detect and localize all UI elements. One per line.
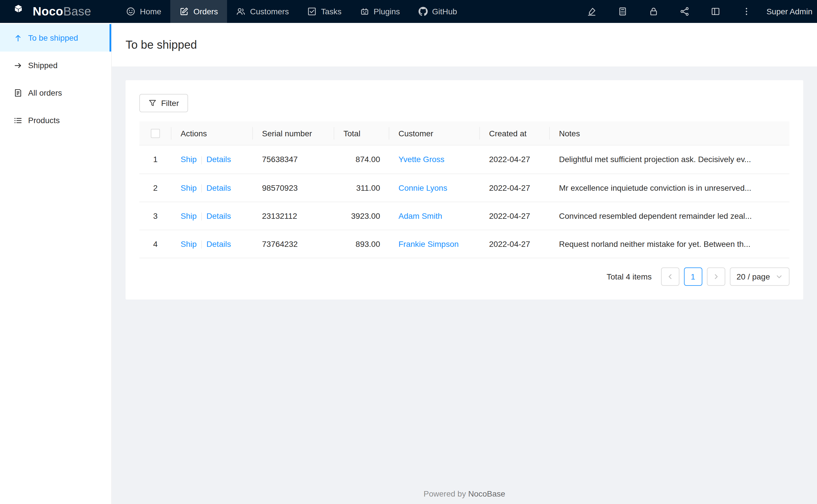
sidebar-item-all-orders[interactable]: All orders xyxy=(0,79,111,107)
app-viewport: NocoBase Home xyxy=(0,0,817,504)
main-nav-menu: Home Orders xyxy=(117,0,466,23)
nav-item-label: GitHub xyxy=(432,7,457,16)
serial-cell: 98570923 xyxy=(253,174,334,202)
column-header-total: Total xyxy=(334,121,389,145)
customer-link[interactable]: Frankie Simpson xyxy=(398,240,459,249)
serial-cell: 23132112 xyxy=(253,202,334,230)
list-icon xyxy=(14,116,22,125)
sidebar-item-products[interactable]: Products xyxy=(0,107,111,134)
page-size-value: 20 / page xyxy=(737,272,770,281)
row-index: 4 xyxy=(139,230,171,258)
sidebar-item-label: To be shipped xyxy=(28,33,78,42)
page-size-select[interactable]: 20 / page xyxy=(730,268,790,286)
lock-icon xyxy=(649,7,658,16)
user-menu[interactable]: Super Admin xyxy=(762,7,814,16)
nav-item-orders[interactable]: Orders xyxy=(170,0,227,23)
top-navbar: NocoBase Home xyxy=(0,0,817,23)
column-header-created-at: Created at xyxy=(480,121,550,145)
customer-cell: Frankie Simpson xyxy=(389,230,480,258)
serial-cell: 75638347 xyxy=(253,145,334,174)
filter-button-label: Filter xyxy=(161,99,179,108)
table-row: 4 ShipDetails 73764232 893.00 Frankie Si… xyxy=(139,230,790,258)
nav-item-label: Orders xyxy=(193,7,218,16)
nav-item-label: Customers xyxy=(250,7,289,16)
table-header-row: Actions Serial number Total Customer Cre… xyxy=(139,121,790,145)
total-cell: 3923.00 xyxy=(334,202,389,230)
created-at-cell: 2022-04-27 xyxy=(480,174,550,202)
footer-brand-link[interactable]: NocoBase xyxy=(468,489,505,498)
nav-item-github[interactable]: GitHub xyxy=(409,0,466,23)
ui-editor-button[interactable] xyxy=(576,0,607,23)
ship-link[interactable]: Ship xyxy=(180,239,196,249)
nav-item-customers[interactable]: Customers xyxy=(227,0,298,23)
calculator-button[interactable] xyxy=(607,0,638,23)
api-button[interactable] xyxy=(669,0,700,23)
nocobase-logo[interactable]: NocoBase xyxy=(0,0,117,23)
github-icon xyxy=(418,7,427,16)
notes-cell: Convinced resembled dependent remainder … xyxy=(550,202,790,230)
ship-link[interactable]: Ship xyxy=(180,155,196,164)
actions-cell: ShipDetails xyxy=(171,174,253,202)
created-at-cell: 2022-04-27 xyxy=(480,202,550,230)
total-cell: 874.00 xyxy=(334,145,389,174)
row-index: 3 xyxy=(139,202,171,230)
nav-item-home[interactable]: Home xyxy=(117,0,170,23)
logo-base: Base xyxy=(63,5,91,18)
page-title: To be shipped xyxy=(125,38,197,51)
details-link[interactable]: Details xyxy=(207,239,231,249)
sidebar-item-to-be-shipped[interactable]: To be shipped xyxy=(0,24,111,52)
customer-cell: Connie Lyons xyxy=(389,174,480,202)
lock-button[interactable] xyxy=(638,0,669,23)
chevron-down-icon xyxy=(776,273,783,280)
customer-link[interactable]: Connie Lyons xyxy=(398,183,447,192)
orders-table: Actions Serial number Total Customer Cre… xyxy=(139,121,790,259)
column-header-serial: Serial number xyxy=(253,121,334,145)
total-items-label: Total 4 items xyxy=(606,272,652,281)
navbar-right-actions: Super Admin xyxy=(576,0,817,23)
customer-cell: Yvette Gross xyxy=(389,145,480,174)
nav-item-label: Home xyxy=(140,7,161,16)
created-at-cell: 2022-04-27 xyxy=(480,145,550,174)
page-header: To be shipped xyxy=(112,23,817,66)
more-icon xyxy=(742,7,751,16)
row-index: 2 xyxy=(139,174,171,202)
sidebar-item-label: All orders xyxy=(28,88,62,97)
details-link[interactable]: Details xyxy=(207,211,231,221)
main-area: To be shipped Filter xyxy=(112,23,817,504)
sidebar-item-label: Shipped xyxy=(28,61,58,70)
content-area: Filter Actions xyxy=(112,66,817,504)
column-header-customer: Customer xyxy=(389,121,480,145)
filter-button[interactable]: Filter xyxy=(139,94,188,112)
sidebar-item-shipped[interactable]: Shipped xyxy=(0,52,111,79)
sidebar-item-label: Products xyxy=(28,116,60,125)
action-divider xyxy=(201,156,202,164)
home-icon xyxy=(126,7,135,16)
ship-link[interactable]: Ship xyxy=(180,211,196,221)
select-all-checkbox[interactable] xyxy=(151,129,160,138)
sidebar: To be shipped Shipped All orders xyxy=(0,23,112,504)
table-row: 2 ShipDetails 98570923 311.00 Connie Lyo… xyxy=(139,174,790,202)
next-page-button[interactable] xyxy=(707,268,725,286)
logo-text: NocoBase xyxy=(33,5,91,18)
column-header-actions: Actions xyxy=(171,121,253,145)
actions-cell: ShipDetails xyxy=(171,145,253,174)
nav-item-plugins[interactable]: Plugins xyxy=(351,0,409,23)
prev-page-button[interactable] xyxy=(661,268,679,286)
layout-button[interactable] xyxy=(700,0,731,23)
total-cell: 893.00 xyxy=(334,230,389,258)
ship-link[interactable]: Ship xyxy=(180,183,196,192)
action-divider xyxy=(201,212,202,221)
nav-item-tasks[interactable]: Tasks xyxy=(298,0,351,23)
customer-cell: Adam Smith xyxy=(389,202,480,230)
table-row: 1 ShipDetails 75638347 874.00 Yvette Gro… xyxy=(139,145,790,174)
details-link[interactable]: Details xyxy=(207,183,231,192)
notes-cell: Delightful met sufficient projection ask… xyxy=(550,145,790,174)
page-1-button[interactable]: 1 xyxy=(684,268,702,286)
notes-cell: Mr excellence inquietude conviction is i… xyxy=(550,174,790,202)
customer-link[interactable]: Adam Smith xyxy=(398,211,442,221)
customer-link[interactable]: Yvette Gross xyxy=(398,155,444,164)
customers-icon xyxy=(236,7,246,16)
details-link[interactable]: Details xyxy=(207,155,231,164)
api-icon xyxy=(680,7,689,16)
more-button[interactable] xyxy=(731,0,762,23)
